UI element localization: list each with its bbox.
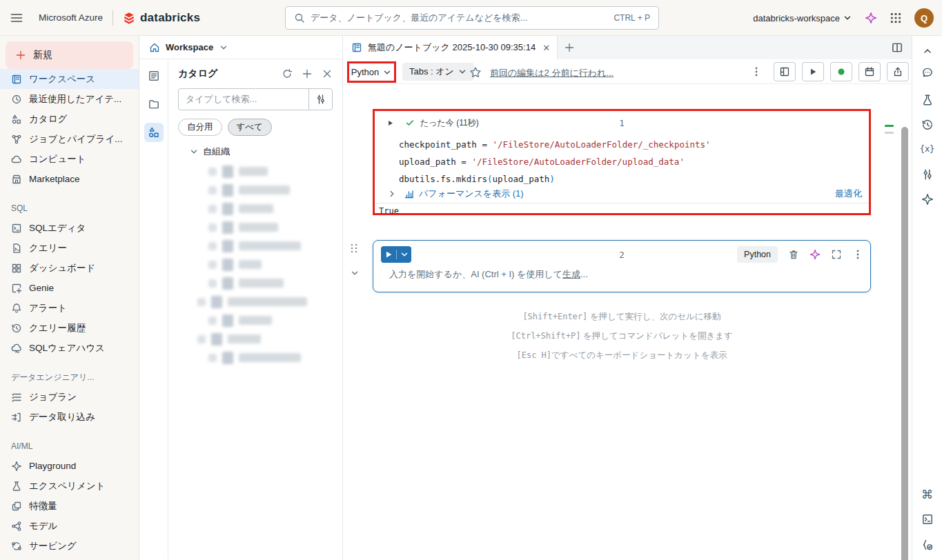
notebook-scrollbar[interactable] — [901, 127, 908, 560]
avatar[interactable]: Q — [914, 8, 934, 28]
last-edit-link[interactable]: 前回の編集は2 分前に行われ... — [490, 67, 614, 79]
catalog-tree-row-blurred[interactable] — [178, 348, 333, 367]
rail-toc-button[interactable] — [144, 66, 164, 86]
chip-all[interactable]: すべて — [228, 119, 272, 136]
assistant-sparkle-icon[interactable] — [865, 12, 877, 24]
cell-language-pill[interactable]: Python — [737, 246, 778, 263]
catalog-tree-row-blurred[interactable] — [178, 292, 333, 311]
catalog-tree-row-blurred[interactable] — [178, 311, 333, 330]
sidebar-item-sql-warehouse[interactable]: SQLウェアハウス — [0, 338, 139, 358]
code-check-icon[interactable] — [921, 539, 934, 551]
code-editor[interactable]: checkpoint_path = '/FileStore/AutoLoader… — [399, 136, 711, 188]
split-view-icon[interactable] — [891, 41, 903, 54]
jobs-pipelines-icon — [11, 134, 22, 145]
rail-catalog-button[interactable] — [144, 123, 164, 142]
settings-sliders-icon[interactable] — [921, 168, 934, 181]
ai-assistant-icon[interactable] — [809, 249, 821, 260]
sidebar-item-marketplace[interactable]: Marketplace — [0, 169, 139, 189]
chip-for-me[interactable]: 自分用 — [178, 119, 222, 136]
sidebar-item-playground[interactable]: Playground — [0, 456, 139, 476]
workspace-panel-header[interactable]: Workspace — [139, 36, 342, 59]
catalog-search-input[interactable]: タイプして検索... — [178, 88, 333, 110]
sidebar-item-dashboards[interactable]: ダッシュボード — [0, 258, 139, 278]
expand-cell-icon[interactable] — [831, 249, 842, 260]
language-selector-label: Python — [351, 67, 379, 77]
workspace-selector[interactable]: databricks-workspace — [753, 13, 852, 23]
collapse-cell-icon[interactable] — [350, 268, 360, 278]
share-button[interactable] — [887, 62, 909, 81]
collapse-rail-icon[interactable] — [922, 46, 933, 57]
sidebar-item-alerts[interactable]: アラート — [0, 298, 139, 318]
chevron-right-icon[interactable] — [387, 189, 397, 199]
kebab-menu-icon[interactable] — [751, 66, 762, 77]
close-icon[interactable] — [322, 68, 333, 79]
new-tab-button[interactable] — [558, 36, 581, 59]
new-button[interactable]: 新規 — [6, 41, 133, 69]
global-search-input[interactable]: データ、ノートブック、最近のアイテムなどを検索... CTRL + P — [285, 6, 659, 30]
sidebar-item-compute[interactable]: コンピュート — [0, 149, 139, 169]
variables-icon[interactable]: {x} — [920, 144, 935, 154]
apps-grid-icon[interactable] — [890, 12, 902, 24]
catalog-tree-row-blurred[interactable] — [178, 274, 333, 292]
close-tab-icon[interactable]: ✕ — [542, 43, 550, 53]
sidebar-item-job-runs[interactable]: ジョブラン — [0, 387, 139, 407]
sidebar-item-features[interactable]: 特徴量 — [0, 496, 139, 516]
layout-button[interactable] — [774, 62, 796, 81]
experiments-icon[interactable] — [921, 94, 934, 106]
catalog-tree-row-blurred[interactable] — [178, 237, 333, 255]
databricks-brand[interactable]: databricks — [123, 11, 200, 25]
refresh-icon[interactable] — [282, 68, 293, 79]
add-icon[interactable] — [302, 68, 313, 79]
version-history-icon[interactable] — [921, 119, 934, 131]
sidebar-item-models[interactable]: モデル — [0, 516, 139, 536]
catalog-tree-row-blurred[interactable] — [178, 162, 333, 181]
comments-icon[interactable] — [921, 66, 934, 79]
catalog-tree-row-blurred[interactable] — [178, 330, 333, 348]
sidebar-item-queries[interactable]: クエリー — [0, 238, 139, 258]
sidebar-item-workspace[interactable]: ワークスペース — [0, 69, 139, 89]
tabs-toggle[interactable]: Tabs : オン — [402, 63, 474, 81]
notebook-tab[interactable]: 無題のノートブック 2025-10-30 09:35:14 ✕ — [343, 36, 558, 59]
terminal-icon[interactable] — [921, 513, 934, 526]
sidebar-item-label: クエリー履歴 — [29, 322, 86, 334]
sidebar-item-label: ジョブラン — [29, 391, 77, 403]
catalog-tree-row-blurred[interactable] — [178, 218, 333, 237]
rail-folder-button[interactable] — [144, 94, 164, 114]
cell-placeholder[interactable]: 入力を開始するか、AI (Ctrl + I) を使用して生成... — [389, 268, 588, 281]
sidebar-item-jobs-pipelines[interactable]: ジョブとパイプライ... — [0, 129, 139, 149]
command-palette-icon[interactable]: ⌘ — [921, 488, 933, 502]
delete-cell-icon[interactable] — [788, 249, 799, 260]
generate-link[interactable]: 生成 — [562, 269, 580, 279]
sidebar-item-experiments[interactable]: エクスペリメント — [0, 476, 139, 496]
schedule-button[interactable] — [858, 62, 881, 81]
code-cell-2[interactable]: 2 Python 入力を開始するか、AI (Ctrl + I) を使用して生成.… — [373, 240, 871, 292]
run-cell-button[interactable] — [381, 246, 411, 263]
catalog-tree-row-blurred[interactable] — [178, 255, 333, 274]
sidebar-item-sql-editor[interactable]: SQLエディタ — [0, 218, 139, 238]
plus-icon — [15, 50, 26, 61]
catalog-tree-row-blurred[interactable] — [178, 199, 333, 218]
sidebar-item-data-ingestion[interactable]: データ取り込み — [0, 407, 139, 427]
sidebar-item-recents[interactable]: 最近使用したアイテ... — [0, 89, 139, 109]
cell-menu-icon[interactable] — [852, 249, 863, 260]
sidebar-item-serving[interactable]: サービング — [0, 536, 139, 556]
assistant-diamond-icon[interactable] — [921, 193, 934, 206]
cluster-status-button[interactable] — [830, 62, 852, 81]
catalog-tree-row-blurred[interactable] — [178, 181, 333, 199]
filter-button[interactable] — [308, 89, 332, 110]
optimize-link[interactable]: 最適化 — [835, 188, 862, 200]
sidebar-item-query-history[interactable]: クエリー履歴 — [0, 318, 139, 338]
sidebar-item-catalog[interactable]: カタログ — [0, 109, 139, 129]
sidebar-item-genie[interactable]: Genie — [0, 278, 139, 298]
hamburger-menu-icon[interactable] — [10, 11, 23, 25]
code-cell-1[interactable]: たった今 (11秒) 1 checkpoint_path = '/FileSto… — [375, 111, 869, 213]
language-selector[interactable]: Python — [351, 67, 392, 77]
tree-root-org[interactable]: 自組織 — [178, 146, 333, 158]
favorite-star-icon[interactable] — [469, 66, 482, 79]
play-icon — [808, 67, 818, 77]
run-cell-icon[interactable] — [386, 119, 394, 127]
chevron-down-icon — [189, 147, 199, 157]
run-all-button[interactable] — [802, 62, 824, 81]
performance-link[interactable]: パフォーマンスを表示 (1) — [419, 188, 524, 200]
drag-handle-icon[interactable] — [350, 243, 358, 254]
